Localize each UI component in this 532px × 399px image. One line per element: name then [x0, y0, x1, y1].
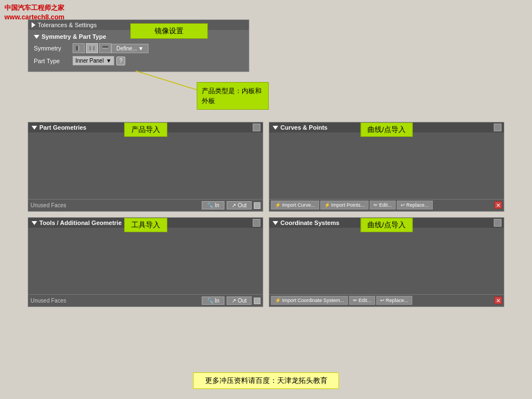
tools-additional-content	[28, 228, 263, 294]
replace-cp-label: Replace...	[406, 202, 429, 208]
btn-out-label: Out	[238, 202, 247, 208]
import-points-icon: ⚡	[324, 202, 330, 208]
part-geometries-content	[28, 132, 263, 199]
expand-icon-ta	[32, 221, 37, 225]
arrow-in-icon-ta: 🔧	[207, 298, 213, 304]
watermark-line1: 中国汽车工程师之家	[4, 3, 64, 13]
annotation-ta-text: 工具导入	[131, 221, 160, 229]
coordinate-systems-title: Coordinate Systems	[280, 219, 339, 226]
unused-faces-ta: Unused Faces	[30, 298, 66, 304]
svg-line-0	[136, 71, 198, 90]
symmetry-part-type-title: Symmetry & Part Type	[42, 33, 106, 40]
expand-icon	[32, 22, 35, 28]
check-pg[interactable]	[254, 202, 260, 209]
btn-out-ta[interactable]: ↗ Out	[227, 296, 252, 305]
expand-icon-cs	[273, 221, 278, 225]
close-cs-btn[interactable]: ✕	[494, 296, 502, 304]
curves-points-toolbar: ⚡ Import Curve... ⚡ Import Points... ✏ E…	[269, 199, 504, 211]
edit-cs-btn[interactable]: ✏ Edit...	[349, 296, 375, 305]
edit-cp-label: Edit...	[379, 202, 392, 208]
btn-in-ta[interactable]: 🔧 In	[202, 296, 224, 305]
annotation-cp-text: 曲线/点导入	[367, 125, 406, 134]
panel-corner-pg[interactable]	[253, 124, 260, 131]
btn-in-ta-label: In	[215, 298, 219, 304]
triangle-down-icon	[34, 35, 39, 39]
watermark-line2: www.cartech8.com	[4, 13, 64, 22]
svg-rect-1	[76, 46, 78, 50]
sym-btn-3[interactable]	[99, 43, 111, 53]
check-ta[interactable]	[254, 298, 260, 304]
btn-in-label: In	[215, 202, 219, 208]
edit-cp-btn[interactable]: ✏ Edit...	[370, 201, 396, 209]
symmetry-buttons	[73, 43, 111, 53]
coordinate-systems-content	[269, 228, 504, 294]
svg-rect-6	[103, 46, 108, 48]
btn-in-pg[interactable]: 🔧 In	[202, 201, 224, 209]
import-coordinate-btn[interactable]: ⚡ Import Coordinate System...	[271, 296, 348, 305]
sym-btn-2[interactable]	[86, 43, 98, 53]
btn-out-ta-label: Out	[238, 298, 247, 304]
bottom-note-text: 更多冲压资料请百度：天津龙拓头教育	[205, 376, 328, 385]
watermark: 中国汽车工程师之家 www.cartech8.com	[4, 3, 64, 22]
import-curves-icon: ⚡	[275, 202, 281, 208]
footer-right-pg: 🔧 In ↗ Out	[202, 201, 260, 209]
edit-cs-label: Edit...	[359, 298, 371, 303]
arrow-out-icon: ↗	[232, 202, 236, 208]
annotation-pg-text: 产品导入	[131, 125, 160, 134]
part-geometries-panel: Part Geometries 产品导入 Unused Faces 🔧 In ↗…	[28, 122, 263, 212]
replace-cp-btn[interactable]: ↩ Replace...	[397, 201, 433, 209]
edit-icon: ✏	[374, 202, 378, 208]
panel-corner-cp[interactable]	[494, 124, 502, 131]
part-type-label: Part Type	[34, 58, 73, 64]
panel-corner-cs[interactable]	[494, 219, 502, 227]
part-type-select[interactable]: Inner Panel ▼	[73, 56, 114, 65]
expand-icon-cp	[273, 126, 278, 130]
svg-rect-3	[89, 46, 91, 50]
tools-additional-panel: Tools / Additional Geometrie 工具导入 Unused…	[28, 217, 263, 307]
arrow-out-icon-ta: ↗	[232, 298, 236, 304]
callout-product-type: 产品类型是：内板和外板	[197, 82, 269, 110]
coordinate-systems-panel: Coordinate Systems 曲线/点导入 ⚡ Import Coord…	[269, 217, 504, 307]
footer-right-ta: 🔧 In ↗ Out	[202, 296, 260, 305]
symmetry-row: Symmetry Define... ▼	[34, 43, 243, 53]
panel-corner-ta[interactable]	[253, 219, 260, 227]
replace-icon: ↩	[401, 202, 405, 208]
svg-rect-4	[93, 46, 95, 50]
curves-points-content	[269, 132, 504, 199]
coordinate-systems-toolbar: ⚡ Import Coordinate System... ✏ Edit... …	[269, 294, 504, 306]
tools-additional-footer: Unused Faces 🔧 In ↗ Out	[28, 294, 263, 306]
main-panels-container: Part Geometries 产品导入 Unused Faces 🔧 In ↗…	[28, 122, 504, 307]
import-cs-icon: ⚡	[275, 298, 281, 303]
dropdown-arrow: ▼	[138, 45, 144, 52]
annotation-mirror-text: 镜像设置	[155, 27, 183, 35]
annotation-cs-text: 曲线/点导入	[367, 221, 406, 229]
define-button[interactable]: Define... ▼	[111, 44, 149, 53]
annotation-tools: 工具导入	[124, 218, 167, 232]
symmetry-label: Symmetry	[34, 45, 73, 52]
curves-points-panel: Curves & Points 曲线/点导入 ⚡ Import Curve...…	[269, 122, 504, 212]
callout-product-type-text: 产品类型是：内板和外板	[202, 87, 262, 105]
import-points-btn[interactable]: ⚡ Import Points...	[320, 201, 369, 209]
tolerances-label: Tolerances & Settings	[38, 22, 96, 28]
btn-out-pg[interactable]: ↗ Out	[227, 201, 252, 209]
annotation-part-geometries: 产品导入	[124, 122, 167, 137]
tools-additional-title: Tools / Additional Geometrie	[39, 219, 122, 226]
bottom-note: 更多冲压资料请百度：天津龙拓头教育	[193, 372, 339, 389]
part-geometries-footer: Unused Faces 🔧 In ↗ Out	[28, 199, 263, 211]
select-arrow: ▼	[106, 58, 111, 64]
part-type-value: Inner Panel	[75, 58, 104, 64]
part-type-row: Part Type Inner Panel ▼ ?	[34, 56, 243, 65]
import-curves-label: Import Curve...	[282, 202, 315, 208]
replace-cs-label: Replace...	[386, 298, 408, 303]
sym-btn-1[interactable]	[73, 43, 85, 53]
close-cp-btn[interactable]: ✕	[494, 201, 502, 209]
import-curves-btn[interactable]: ⚡ Import Curve...	[271, 201, 319, 209]
annotation-mirror: 镜像设置	[130, 23, 208, 39]
expand-icon-pg	[32, 126, 37, 130]
edit-cs-icon: ✏	[353, 298, 357, 303]
import-cs-label: Import Coordinate System...	[282, 298, 344, 303]
help-button[interactable]: ?	[116, 57, 125, 65]
replace-cs-btn[interactable]: ↩ Replace...	[376, 296, 412, 305]
import-points-label: Import Points...	[331, 202, 365, 208]
curves-points-title: Curves & Points	[280, 124, 328, 131]
